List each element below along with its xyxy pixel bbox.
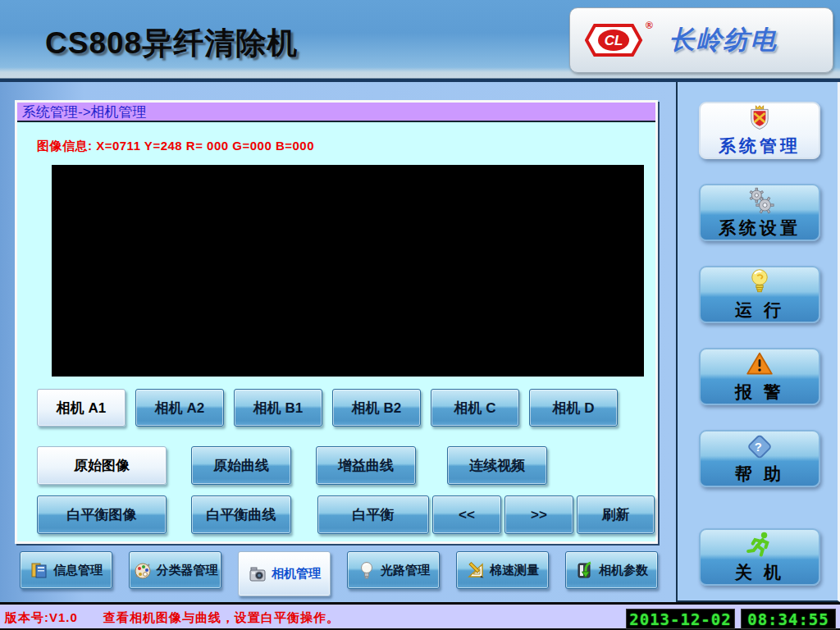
image-info-label: 图像信息: xyxy=(37,139,93,153)
next-button[interactable]: >> xyxy=(504,495,573,534)
sidebar: 系统管理 系统设置 xyxy=(676,82,840,602)
prev-button[interactable]: << xyxy=(432,495,501,534)
date-display: 2013-12-02 xyxy=(626,609,735,629)
screen: CS808异纤清除机 CL ® 长岭纺电 系统管理->相机管理 图像信息: X=… xyxy=(0,0,840,630)
tab-camera-management[interactable]: 相机管理 xyxy=(238,551,331,596)
hint-text: 查看相机图像与曲线，设置白平衡操作。 xyxy=(103,610,340,624)
sidebar-item-system-management[interactable]: 系统管理 xyxy=(699,102,820,159)
running-man-icon xyxy=(742,530,777,560)
sidebar-item-system-settings[interactable]: 系统设置 xyxy=(699,184,820,241)
brand-name: 长岭纺电 xyxy=(669,23,778,57)
svg-text:CL: CL xyxy=(605,33,623,48)
tab-label: 相机参数 xyxy=(599,563,648,578)
gain-curve-button[interactable]: 增益曲线 xyxy=(316,446,416,485)
status-bar: 版本号:V1.0 查看相机图像与曲线，设置白平衡操作。 2013-12-02 0… xyxy=(0,602,840,630)
tab-label: 棉速测量 xyxy=(490,563,539,578)
image-info-readout: 图像信息: X=0711 Y=248 R= 000 G=000 B=000 xyxy=(37,139,314,154)
svg-text:?: ? xyxy=(755,441,765,454)
original-curve-button[interactable]: 原始曲线 xyxy=(191,446,291,485)
tab-label: 光路管理 xyxy=(381,563,430,578)
warning-icon xyxy=(742,349,777,380)
sidebar-item-run[interactable]: 运 行 xyxy=(699,266,820,323)
tab-classifier-management[interactable]: 分类器管理 xyxy=(129,551,221,589)
registered-mark: ® xyxy=(646,20,653,31)
sidebar-item-label: 运 行 xyxy=(735,299,784,322)
light-bulb-icon xyxy=(357,560,377,580)
sidebar-item-label: 报 警 xyxy=(735,381,784,404)
tab-info-management[interactable]: 信息管理 xyxy=(20,551,112,589)
sidebar-item-label: 帮 助 xyxy=(735,463,784,486)
camera-icon xyxy=(248,564,267,584)
gears-icon xyxy=(742,185,777,216)
ruler-measure-icon xyxy=(466,560,486,580)
status-text: 版本号:V1.0 查看相机图像与曲线，设置白平衡操作。 xyxy=(5,610,340,626)
camera-a2-button[interactable]: 相机 A2 xyxy=(135,389,224,427)
company-logo-icon: CL xyxy=(585,21,644,59)
sidebar-item-label: 系统设置 xyxy=(719,217,801,240)
tab-label: 信息管理 xyxy=(53,563,103,578)
sidebar-item-label: 系统管理 xyxy=(719,135,801,158)
brand-logo-panel: CL ® 长岭纺电 xyxy=(569,7,833,73)
camera-a1-button[interactable]: 相机 A1 xyxy=(37,389,126,427)
refresh-button[interactable]: 刷新 xyxy=(577,495,655,534)
white-balance-curve-button[interactable]: 白平衡曲线 xyxy=(191,495,291,534)
title-bar: CS808异纤清除机 CL ® 长岭纺电 xyxy=(0,0,840,82)
params-book-icon xyxy=(575,560,595,580)
camera-content-area: 图像信息: X=0711 Y=248 R= 000 G=000 B=000 相机… xyxy=(17,122,655,541)
image-info-values: X=0711 Y=248 R= 000 G=000 B=000 xyxy=(96,139,314,153)
sidebar-item-label: 关 机 xyxy=(735,561,784,584)
app-title: CS808异纤清除机 xyxy=(45,23,298,64)
white-balance-button[interactable]: 白平衡 xyxy=(317,495,429,534)
sidebar-item-help[interactable]: ? 帮 助 xyxy=(699,430,820,487)
sidebar-item-alarm[interactable]: 报 警 xyxy=(699,348,820,405)
bulb-icon xyxy=(742,267,777,298)
main-panel: 系统管理->相机管理 图像信息: X=0711 Y=248 R= 000 G=0… xyxy=(15,100,658,544)
tab-camera-params[interactable]: 相机参数 xyxy=(565,551,658,589)
live-video-button[interactable]: 连续视频 xyxy=(447,446,547,485)
camera-image-view[interactable] xyxy=(52,165,644,377)
time-display: 08:34:55 xyxy=(741,609,836,629)
help-icon: ? xyxy=(742,431,777,462)
info-folders-icon xyxy=(30,560,49,580)
tab-label: 相机管理 xyxy=(272,566,321,582)
white-balance-image-button[interactable]: 白平衡图像 xyxy=(37,495,167,534)
palette-icon xyxy=(133,560,153,580)
tab-cotton-speed-measure[interactable]: 棉速测量 xyxy=(456,551,549,589)
camera-b2-button[interactable]: 相机 B2 xyxy=(332,389,421,427)
sidebar-item-shutdown[interactable]: 关 机 xyxy=(699,528,820,586)
tab-label: 分类器管理 xyxy=(157,563,218,578)
breadcrumb: 系统管理->相机管理 xyxy=(17,103,655,122)
original-image-button[interactable]: 原始图像 xyxy=(37,446,167,485)
version-label: 版本号:V1.0 xyxy=(5,610,78,624)
camera-d-button[interactable]: 相机 D xyxy=(529,389,618,427)
camera-c-button[interactable]: 相机 C xyxy=(431,389,519,427)
camera-b1-button[interactable]: 相机 B1 xyxy=(234,389,322,427)
tab-light-path-management[interactable]: 光路管理 xyxy=(347,551,440,589)
shield-icon xyxy=(742,103,777,134)
